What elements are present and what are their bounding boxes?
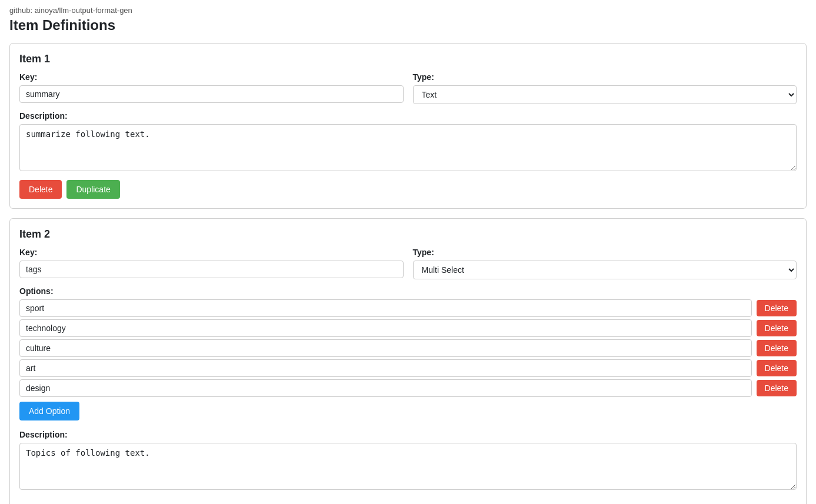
- option-input-sport[interactable]: [19, 299, 752, 317]
- item-card-2: Item 2 Key: Type: Text Multi Select Sing…: [9, 218, 807, 504]
- option-input-technology[interactable]: [19, 319, 752, 337]
- item-2-heading: Item 2: [19, 228, 797, 241]
- item-1-type-select[interactable]: Text Multi Select Single Select Number B…: [413, 85, 797, 104]
- option-delete-art[interactable]: Delete: [757, 360, 797, 376]
- option-input-art[interactable]: [19, 359, 752, 377]
- item-1-description-textarea[interactable]: summarize following text.: [19, 124, 797, 171]
- item-1-duplicate-button[interactable]: Duplicate: [66, 180, 119, 199]
- item-card-1: Item 1 Key: Type: Text Multi Select Sing…: [9, 43, 807, 209]
- option-row-technology: Delete: [19, 319, 797, 337]
- item-2-key-input[interactable]: [19, 261, 404, 278]
- item-1-delete-button[interactable]: Delete: [19, 180, 62, 199]
- option-row-culture: Delete: [19, 339, 797, 357]
- option-row-art: Delete: [19, 359, 797, 377]
- item-1-heading: Item 1: [19, 53, 797, 65]
- add-option-button[interactable]: Add Option: [19, 402, 79, 420]
- item-2-description-label: Description:: [19, 430, 797, 439]
- item-1-key-input[interactable]: [19, 85, 404, 103]
- item-2-description-textarea[interactable]: Topics of following text.: [19, 443, 797, 490]
- item-2-options-label: Options:: [19, 286, 797, 296]
- option-delete-sport[interactable]: Delete: [757, 300, 797, 316]
- option-row-sport: Delete: [19, 299, 797, 317]
- item-2-type-label: Type:: [413, 248, 797, 257]
- option-delete-design[interactable]: Delete: [757, 380, 797, 396]
- option-input-design[interactable]: [19, 379, 752, 397]
- page-title: Item Definitions: [9, 17, 807, 34]
- item-1-key-label: Key:: [19, 72, 404, 82]
- item-2-type-select[interactable]: Text Multi Select Single Select Number B…: [413, 261, 797, 279]
- option-delete-technology[interactable]: Delete: [757, 320, 797, 336]
- item-1-description-label: Description:: [19, 111, 797, 121]
- item-1-type-label: Type:: [413, 72, 797, 82]
- option-input-culture[interactable]: [19, 339, 752, 357]
- option-row-design: Delete: [19, 379, 797, 397]
- item-2-key-label: Key:: [19, 248, 404, 257]
- repo-link: github: ainoya/llm-output-format-gen: [9, 6, 807, 15]
- option-delete-culture[interactable]: Delete: [757, 340, 797, 356]
